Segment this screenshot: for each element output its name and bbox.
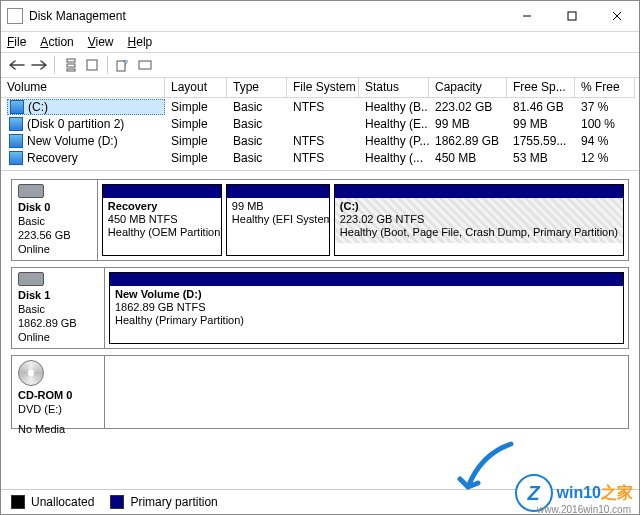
volume-row[interactable]: New Volume (D:) Simple Basic NTFS Health… xyxy=(1,132,639,149)
cell-cap: 1862.89 GB xyxy=(429,134,507,148)
col-volume[interactable]: Volume xyxy=(1,78,165,98)
menubar: File Action View Help xyxy=(1,32,639,53)
partition-status: Healthy (EFI System Partition) xyxy=(232,213,324,226)
partition-d[interactable]: New Volume (D:) 1862.89 GB NTFS Healthy … xyxy=(109,272,624,344)
toolbar-action-button[interactable] xyxy=(135,55,155,75)
help-button[interactable]: ? xyxy=(113,55,133,75)
minimize-button[interactable] xyxy=(504,2,549,30)
refresh-button[interactable] xyxy=(82,55,102,75)
hdd-icon xyxy=(18,184,44,198)
cell-type: Basic xyxy=(227,100,287,114)
svg-rect-1 xyxy=(568,12,576,20)
volume-row[interactable]: Recovery Simple Basic NTFS Healthy (... … xyxy=(1,149,639,166)
volume-icon xyxy=(9,151,23,165)
cdrom-partitions xyxy=(105,356,628,428)
graphical-view: Disk 0 Basic 223.56 GB Online Recovery 4… xyxy=(1,171,639,489)
col-fs[interactable]: File System xyxy=(287,78,359,98)
disk-label: Disk 0 xyxy=(18,200,91,214)
cell-status: Healthy (B... xyxy=(359,100,429,114)
partition-efi[interactable]: 99 MB Healthy (EFI System Partition) xyxy=(226,184,330,256)
cell-pct: 12 % xyxy=(575,151,635,165)
maximize-button[interactable] xyxy=(549,2,594,30)
app-icon xyxy=(7,8,23,24)
volume-name: Recovery xyxy=(27,151,78,165)
partition-status: Healthy (OEM Partition) xyxy=(108,226,216,239)
partition-size: 1862.89 GB NTFS xyxy=(115,301,618,314)
partition-header xyxy=(335,185,623,198)
col-layout[interactable]: Layout xyxy=(165,78,227,98)
disk0-partitions: Recovery 450 MB NTFS Healthy (OEM Partit… xyxy=(98,180,628,260)
cell-pct: 37 % xyxy=(575,100,635,114)
menu-view[interactable]: View xyxy=(88,35,114,49)
disk-type: DVD (E:) xyxy=(18,402,98,416)
watermark-url: www.2016win10.com xyxy=(537,504,631,515)
svg-rect-7 xyxy=(87,60,97,70)
hdd-icon xyxy=(18,272,44,286)
partition-status: Healthy (Primary Partition) xyxy=(115,314,618,327)
col-pctfree[interactable]: % Free xyxy=(575,78,635,98)
partition-c[interactable]: (C:) 223.02 GB NTFS Healthy (Boot, Page … xyxy=(334,184,624,256)
cell-cap: 450 MB xyxy=(429,151,507,165)
partition-title: New Volume (D:) xyxy=(115,288,618,301)
cell-free: 81.46 GB xyxy=(507,100,575,114)
: 450 MB NTFS xyxy=(108,213,216,226)
cell-layout: Simple xyxy=(165,151,227,165)
menu-file[interactable]: File xyxy=(7,35,26,49)
cell-cap: 99 MB xyxy=(429,117,507,131)
svg-line-3 xyxy=(613,12,621,20)
cell-free: 53 MB xyxy=(507,151,575,165)
legend-unallocated: Unallocated xyxy=(11,495,94,510)
partition-size: 99 MB xyxy=(232,200,324,213)
volume-row[interactable]: (Disk 0 partition 2) Simple Basic Health… xyxy=(1,115,639,132)
volume-icon xyxy=(9,134,23,148)
cell-status: Healthy (... xyxy=(359,151,429,165)
svg-text:?: ? xyxy=(123,58,128,68)
disk-status: Online xyxy=(18,330,98,344)
svg-rect-5 xyxy=(67,64,75,67)
primary-swatch xyxy=(110,495,124,509)
svg-rect-10 xyxy=(139,61,151,69)
window-title: Disk Management xyxy=(29,9,504,23)
partition-recovery[interactable]: Recovery 450 MB NTFS Healthy (OEM Partit… xyxy=(102,184,222,256)
col-type[interactable]: Type xyxy=(227,78,287,98)
disk-size: 223.56 GB xyxy=(18,228,91,242)
close-button[interactable] xyxy=(594,2,639,30)
cell-pct: 94 % xyxy=(575,134,635,148)
cell-fs: NTFS xyxy=(287,151,359,165)
svg-rect-4 xyxy=(67,59,75,62)
content: Volume Layout Type File System Status Ca… xyxy=(1,78,639,514)
cell-free: 1755.59... xyxy=(507,134,575,148)
volume-icon xyxy=(9,117,23,131)
legend-primary: Primary partition xyxy=(110,495,217,510)
partition-title: (C:) xyxy=(340,200,618,213)
cell-fs: NTFS xyxy=(287,134,359,148)
volume-list-header: Volume Layout Type File System Status Ca… xyxy=(1,78,639,98)
menu-help[interactable]: Help xyxy=(128,35,153,49)
partition-size: 223.02 GB NTFS xyxy=(340,213,618,226)
cdrom-row: CD-ROM 0 DVD (E:) No Media xyxy=(11,355,629,429)
svg-line-2 xyxy=(613,12,621,20)
toolbar-separator-2 xyxy=(107,56,108,74)
refresh-opts-button[interactable] xyxy=(60,55,80,75)
disk1-info[interactable]: Disk 1 Basic 1862.89 GB Online xyxy=(12,268,105,348)
titlebar: Disk Management xyxy=(1,1,639,32)
cell-type: Basic xyxy=(227,151,287,165)
volume-name: (C:) xyxy=(28,100,48,114)
disk-label: Disk 1 xyxy=(18,288,98,302)
menu-action[interactable]: Action xyxy=(40,35,73,49)
back-button[interactable] xyxy=(7,55,27,75)
col-status[interactable]: Status xyxy=(359,78,429,98)
col-free[interactable]: Free Sp... xyxy=(507,78,575,98)
cell-type: Basic xyxy=(227,134,287,148)
col-capacity[interactable]: Capacity xyxy=(429,78,507,98)
volume-row[interactable]: (C:) Simple Basic NTFS Healthy (B... 223… xyxy=(1,98,639,115)
cell-fs: NTFS xyxy=(287,100,359,114)
disk1-partitions: New Volume (D:) 1862.89 GB NTFS Healthy … xyxy=(105,268,628,348)
cell-pct: 100 % xyxy=(575,117,635,131)
cdrom-info[interactable]: CD-ROM 0 DVD (E:) No Media xyxy=(12,356,105,428)
disk0-info[interactable]: Disk 0 Basic 223.56 GB Online xyxy=(12,180,98,260)
toolbar: ? xyxy=(1,53,639,78)
forward-button[interactable] xyxy=(29,55,49,75)
toolbar-separator xyxy=(54,56,55,74)
volume-name: New Volume (D:) xyxy=(27,134,118,148)
